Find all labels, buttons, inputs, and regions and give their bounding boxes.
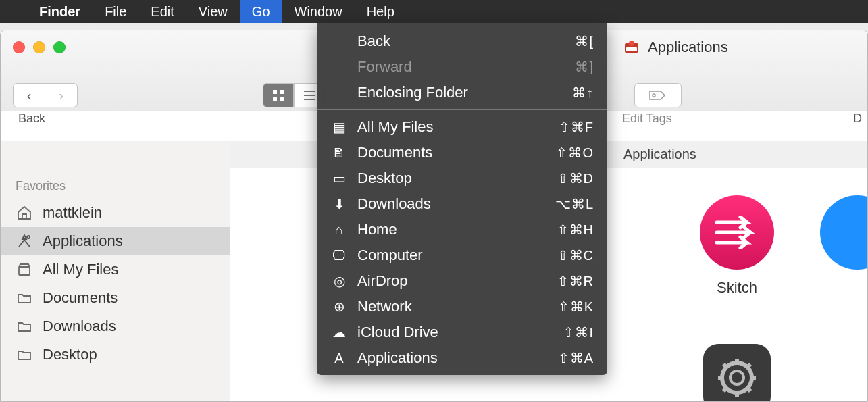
svg-line-21 [746,364,750,368]
menu-network[interactable]: ⊕ Network ⇧⌘K [317,294,607,320]
menu-view[interactable]: View [186,0,240,23]
menu-forward: Forward ⌘] [317,54,607,80]
menu-go[interactable]: Go [240,0,282,23]
svg-rect-4 [304,91,315,92]
svg-line-19 [723,364,727,368]
menu-shortcut: ⇧⌘I [563,324,594,341]
menu-shortcut: ⌥⌘L [555,196,594,212]
svg-point-14 [730,371,744,384]
sidebar: Favorites mattklein Applications All My … [1,141,230,401]
sidebar-item-all-my-files[interactable]: All My Files [1,255,230,284]
menu-finder[interactable]: Finder [27,0,93,23]
menu-item-label: All My Files [357,118,549,136]
svg-rect-1 [280,90,284,94]
desktop-icon: ▭ [330,170,348,186]
app-partial-icon[interactable] [820,195,868,270]
menu-window[interactable]: Window [282,0,355,23]
sidebar-item-documents[interactable]: Documents [1,284,230,312]
svg-point-9 [629,41,634,46]
sidebar-item-label: Documents [43,289,118,307]
network-icon: ⊕ [330,299,348,315]
applications-icon [623,39,640,55]
skitch-icon [700,195,774,270]
menu-home[interactable]: ⌂ Home ⇧⌘H [317,217,607,243]
menu-desktop[interactable]: ▭ Desktop ⇧⌘D [317,166,607,191]
downloads-icon: ⬇ [330,196,348,212]
menu-back[interactable]: Back ⌘[ [317,28,607,54]
menu-file[interactable]: File [93,0,138,23]
menu-documents[interactable]: 🗎 Documents ⇧⌘O [317,140,607,166]
folder-icon [16,289,33,307]
applications-icon [16,232,33,250]
menu-item-label: Home [357,221,548,238]
view-mode-segment [263,83,325,107]
sidebar-item-applications[interactable]: Applications [1,227,230,255]
menu-downloads[interactable]: ⬇ Downloads ⌥⌘L [317,191,607,217]
sidebar-item-label: Downloads [43,318,116,335]
menu-enclosing-folder[interactable]: Enclosing Folder ⌘↑ [317,80,607,105]
computer-icon: 🖵 [330,248,348,263]
forward-button[interactable]: › [45,83,78,107]
menu-item-label: Enclosing Folder [357,84,563,101]
applications-icon: А [330,351,348,366]
menu-shortcut: ⇧⌘F [559,119,594,135]
sidebar-item-desktop[interactable]: Desktop [1,341,230,369]
menu-shortcut: ⌘[ [575,33,594,49]
menu-item-label: Downloads [357,195,546,213]
menu-item-label: Applications [357,349,548,367]
back-button[interactable]: ‹ [13,83,45,107]
svg-rect-6 [304,99,315,100]
window-title-text: Applications [648,39,728,56]
nav-buttons: ‹ › [13,83,78,107]
svg-rect-8 [626,47,637,51]
sidebar-item-label: Applications [43,232,123,250]
app-label: Skitch [690,279,784,297]
menu-item-label: iCloud Drive [357,324,553,341]
folder-icon [16,346,33,363]
folder-icon [16,318,33,335]
menu-help[interactable]: Help [355,0,407,23]
menu-item-label: Desktop [357,170,548,187]
sidebar-item-home[interactable]: mattklein [1,199,230,227]
menu-applications[interactable]: А Applications ⇧⌘A [317,345,607,371]
edit-tags-button[interactable] [634,83,682,107]
back-label: Back [18,111,45,126]
svg-rect-3 [280,97,284,101]
home-icon: ⌂ [330,222,348,238]
menu-shortcut: ⇧⌘C [557,247,594,263]
menu-shortcut: ⌘] [575,59,594,75]
toolbar-right-label: D [853,111,862,126]
menu-all-my-files[interactable]: ▤ All My Files ⇧⌘F [317,114,607,140]
app-skitch[interactable]: Skitch [690,195,784,297]
sidebar-favorites-header: Favorites [1,175,230,199]
app-system-prefs[interactable] [703,344,771,402]
menu-shortcut: ⇧⌘H [557,222,594,238]
sidebar-item-downloads[interactable]: Downloads [1,312,230,341]
minimize-button[interactable] [33,41,45,53]
menu-item-label: Network [357,298,548,316]
svg-point-10 [653,94,655,97]
menu-shortcut: ⇧⌘R [557,273,594,289]
zoom-button[interactable] [53,41,66,53]
sidebar-item-label: Desktop [43,346,97,363]
window-title: Applications [623,39,728,56]
menu-computer[interactable]: 🖵 Computer ⇧⌘C [317,243,607,268]
svg-line-20 [746,387,750,391]
menu-shortcut: ⇧⌘O [556,145,594,161]
sidebar-item-label: mattklein [43,204,102,222]
menu-icloud-drive[interactable]: ☁ iCloud Drive ⇧⌘I [317,320,607,345]
go-menu-dropdown: Back ⌘[ Forward ⌘] Enclosing Folder ⌘↑ ▤… [317,23,607,375]
path-location[interactable]: Applications [623,147,696,162]
menu-item-label: AirDrop [357,272,548,290]
all-files-icon [16,261,33,278]
svg-rect-2 [273,97,277,101]
close-button[interactable] [13,41,25,53]
svg-rect-5 [304,95,315,96]
icon-view-button[interactable] [263,83,294,107]
menubar: Finder File Edit View Go Window Help [0,0,868,23]
menu-item-label: Computer [357,247,548,264]
icloud-icon: ☁ [330,324,348,341]
menu-airdrop[interactable]: ◎ AirDrop ⇧⌘R [317,268,607,294]
menu-edit[interactable]: Edit [138,0,186,23]
window-controls [13,41,66,53]
